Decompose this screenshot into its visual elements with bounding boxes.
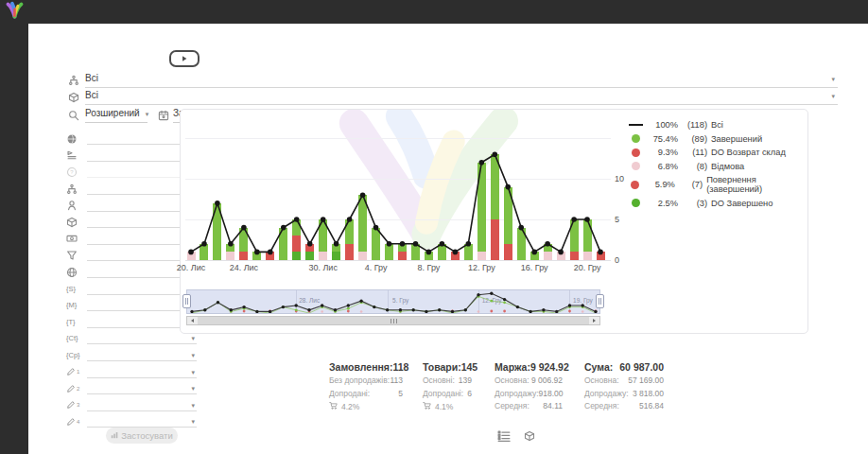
y-tick-label: 5 xyxy=(615,215,619,224)
chart-bar-15[interactable] xyxy=(385,244,393,260)
chart-bar-12[interactable] xyxy=(345,244,354,260)
chart-bar-0[interactable] xyxy=(187,252,196,260)
legend-label: Відмова xyxy=(711,162,744,171)
chart-bar-10[interactable] xyxy=(319,219,327,252)
chart-bar-1[interactable] xyxy=(200,244,208,260)
chart-bar-11[interactable] xyxy=(332,252,340,260)
chart-bar-14[interactable] xyxy=(372,228,380,260)
chart-bar-9[interactable] xyxy=(305,252,314,260)
scrollbar-thumb[interactable] xyxy=(198,317,589,324)
chart-bar-17[interactable] xyxy=(411,244,420,260)
scroll-right-arrow[interactable] xyxy=(589,317,599,324)
legend-item-0[interactable]: 100%(118)Всі xyxy=(628,120,807,130)
x-tick-label: 16. Гру xyxy=(521,263,548,272)
navigator-left-handle[interactable] xyxy=(182,294,191,308)
legend-item-3[interactable]: 6.8%(8)Відмова xyxy=(628,162,807,171)
chart-bar-20[interactable] xyxy=(451,252,460,260)
chart-bar-8[interactable] xyxy=(292,252,301,260)
chart-bar-29[interactable] xyxy=(570,252,579,260)
chart-bar-30[interactable] xyxy=(583,219,592,252)
chart-bar-24[interactable] xyxy=(504,244,512,260)
chart-bar-28[interactable] xyxy=(557,252,565,260)
orders-list-toggle[interactable] xyxy=(495,429,512,445)
app-logo-icon[interactable] xyxy=(5,1,25,25)
chart-bar-21[interactable] xyxy=(464,244,473,260)
filter-input-utm-campaign[interactable]: ▾ xyxy=(87,349,197,361)
chart-navigator[interactable]: 28. Лис5. Гру12. Гру19. Гру xyxy=(186,289,600,314)
search-mode-select[interactable]: Розширений▾ xyxy=(85,108,148,123)
filter-input-custom-1[interactable]: ▾ xyxy=(87,366,197,378)
chart-bar-29[interactable] xyxy=(570,219,579,252)
chart-bar-18[interactable] xyxy=(425,252,433,260)
legend-item-2[interactable]: 9.3%(11)DO Возврат склад xyxy=(628,148,807,157)
help-icon: ? xyxy=(66,166,82,178)
legend-item-1[interactable]: 75.4%(89)Завершений xyxy=(628,134,807,144)
chart-bar-10[interactable] xyxy=(319,252,327,260)
product-filter-icon xyxy=(68,90,79,107)
y-tick-label: 0 xyxy=(615,255,619,265)
chart-bar-26[interactable] xyxy=(530,252,539,260)
chart-bar-13[interactable] xyxy=(358,252,367,260)
source-select-value: Всі xyxy=(85,73,98,83)
legend-item-5[interactable]: 2.5%(3)DO Завершено xyxy=(628,199,807,208)
chart-bar-3[interactable] xyxy=(226,244,234,253)
chart-bar-12[interactable] xyxy=(345,219,354,244)
stat-sub-row: Основні:139 xyxy=(423,375,472,385)
chart-bar-31[interactable] xyxy=(597,252,605,260)
chart-bar-24[interactable] xyxy=(504,187,512,244)
filter-input-custom-2[interactable]: ▾ xyxy=(87,382,197,394)
chevron-down-icon: ▾ xyxy=(191,369,195,375)
stat-sub-row: Основна:9 006.92 xyxy=(495,375,563,385)
dot-swatch xyxy=(628,134,643,143)
chart-bar-11[interactable] xyxy=(332,244,340,253)
chevron-down-icon: ▾ xyxy=(146,111,149,117)
chart-bar-22[interactable] xyxy=(477,163,486,253)
chart-bar-8[interactable] xyxy=(292,219,301,236)
pencil-icon: 3 xyxy=(66,400,82,410)
chart-bar-27[interactable] xyxy=(544,252,552,260)
chart-bar-5[interactable] xyxy=(252,252,261,260)
chart-bar-3[interactable] xyxy=(226,252,234,260)
apply-button[interactable]: Застосувати xyxy=(106,428,178,444)
legend-item-4[interactable]: 5.9%(7)Повернення (завершений) xyxy=(628,175,807,194)
chevron-down-icon: ▾ xyxy=(191,418,195,425)
chart-scrollbar[interactable] xyxy=(186,316,600,325)
filter-input-utm-content[interactable]: ▾ xyxy=(87,332,197,344)
product-select[interactable]: Всі ▾ xyxy=(85,90,838,105)
stat-sub-row: Середня:516.84 xyxy=(584,401,664,410)
chart-bar-4[interactable] xyxy=(239,252,248,260)
chart-bar-16[interactable] xyxy=(398,244,407,253)
navigator-right-handle[interactable] xyxy=(596,294,604,308)
chart-bar-13[interactable] xyxy=(358,195,367,252)
products-toggle[interactable] xyxy=(521,429,538,445)
chart-bar-8[interactable] xyxy=(292,236,301,252)
filter-panel: ▾▾?▾▾▾▾▾▾▾{S}▾{M}▾{T}▾{Ct}▾{Cp}▾1▾2▾3▾4▾ xyxy=(66,131,197,430)
chart-bar-4[interactable] xyxy=(239,228,248,253)
stat-sub-row: Без допродажів:113 xyxy=(329,375,403,385)
chart-bar-9[interactable] xyxy=(305,244,314,253)
mini-chart-icon xyxy=(111,430,118,441)
chart-bar-16[interactable] xyxy=(398,252,407,260)
legend-count: (8) xyxy=(682,162,707,171)
chart-bar-19[interactable] xyxy=(438,244,446,260)
chart-bar-22[interactable] xyxy=(477,252,486,260)
chart-bar-27[interactable] xyxy=(544,244,552,253)
stat-title-label: Сума: xyxy=(584,361,613,373)
chart-bar-23[interactable] xyxy=(491,154,499,219)
chart-bar-30[interactable] xyxy=(583,252,592,260)
stat-sub-row: Допродані:6 xyxy=(423,389,472,398)
cart-icon xyxy=(329,401,339,411)
filter-input-custom-4[interactable]: ▾ xyxy=(87,415,197,428)
chart-bar-2[interactable] xyxy=(213,203,221,260)
stat-title-label: Маржа: xyxy=(495,361,530,373)
chevron-down-icon: ▾ xyxy=(831,76,835,82)
chart-bar-7[interactable] xyxy=(279,228,287,260)
scroll-left-arrow[interactable] xyxy=(187,317,198,324)
filter-input-custom-3[interactable]: ▾ xyxy=(87,399,197,411)
stat-title: Маржа:9 924.92 xyxy=(495,361,563,373)
chart-bar-6[interactable] xyxy=(266,252,274,260)
chart-bar-23[interactable] xyxy=(491,219,499,260)
source-select[interactable]: Всі ▾ xyxy=(85,73,838,88)
chart-bar-25[interactable] xyxy=(517,228,526,260)
video-tutorial-button[interactable] xyxy=(169,50,200,67)
